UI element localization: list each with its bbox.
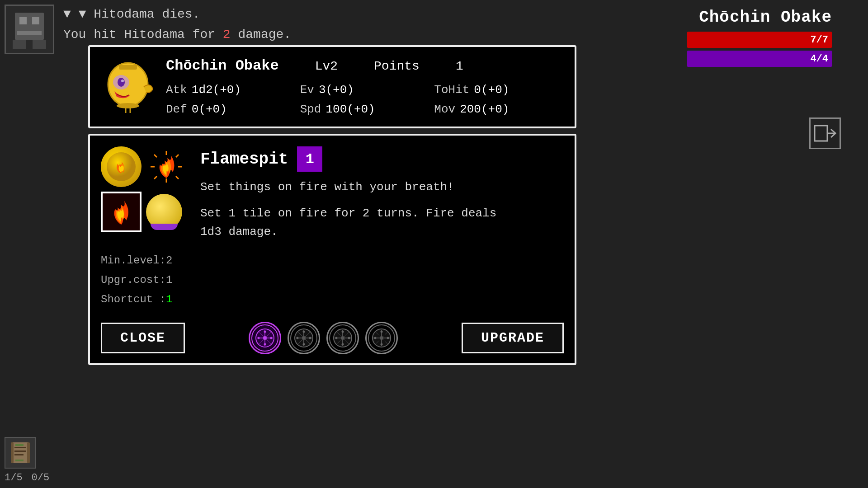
ability-name: Flamespit [200, 150, 288, 169]
spd-value: 100(+0) [326, 101, 375, 118]
upgr-cost-row: Upgr.cost:1 [101, 270, 564, 290]
inventory-slot-1[interactable] [5, 437, 36, 469]
combat-log: ▼ ▼ Hitodama dies. You hit Hitodama for … [63, 5, 291, 45]
skill-slots [249, 322, 398, 354]
ability-meta: Min.level:2 Upgr.cost:1 Shortcut :1 [101, 251, 564, 310]
close-button[interactable]: CLOSE [101, 323, 185, 353]
svg-line-35 [154, 176, 157, 179]
svg-point-74 [380, 343, 382, 346]
shortcut-label: Shortcut : [101, 293, 166, 305]
stat-grid: Atk 1d2(+0) Ev 3(+0) ToHit 0(+0) Def 0(+… [166, 81, 564, 118]
skill-slot-1[interactable] [249, 322, 281, 354]
character-sprite [101, 60, 155, 114]
resource-bars: 7/7 4/4 [687, 32, 832, 67]
ev-value: 3(+0) [319, 81, 354, 99]
svg-rect-16 [15, 444, 24, 446]
skill-slot-inner-1 [251, 324, 278, 352]
svg-point-55 [296, 337, 298, 339]
ability-info: Flamespit 1 Set things on fire with your… [200, 146, 564, 242]
svg-rect-4 [17, 31, 42, 35]
ability-title-row: Flamespit 1 [200, 146, 564, 172]
svg-rect-12 [27, 442, 30, 463]
svg-point-52 [302, 336, 306, 340]
skill-slot-inner-3 [329, 324, 356, 352]
svg-point-62 [341, 336, 344, 340]
inventory-row [5, 437, 49, 469]
ability-content: Flamespit 1 Set things on fire with your… [101, 146, 564, 242]
svg-rect-14 [14, 450, 26, 452]
exit-icon[interactable] [809, 117, 841, 149]
spd-stat: Spd 100(+0) [300, 101, 430, 118]
points-label: Points [374, 57, 420, 76]
tohit-value: 0(+0) [474, 81, 509, 99]
enemy-name: Chōchin Obake [699, 8, 832, 27]
svg-point-66 [348, 337, 350, 339]
svg-point-46 [270, 337, 272, 339]
tohit-stat: ToHit 0(+0) [434, 81, 564, 99]
tohit-label: ToHit [434, 81, 469, 99]
ev-label: Ev [300, 81, 314, 99]
arrow-icon: ▼ [63, 7, 71, 21]
svg-point-42 [263, 336, 267, 340]
inventory-area: 1/5 0/5 [5, 437, 49, 483]
min-level-row: Min.level:2 [101, 251, 564, 270]
flame-orb-selected[interactable] [101, 192, 142, 232]
svg-point-73 [380, 331, 382, 333]
svg-rect-17 [15, 460, 24, 461]
upgr-cost-value: 1 [166, 274, 172, 286]
svg-rect-5 [13, 40, 26, 49]
ev-stat: Ev 3(+0) [300, 81, 430, 99]
svg-line-34 [176, 155, 179, 157]
mov-value: 200(+0) [460, 101, 509, 118]
ability-icons [101, 146, 187, 242]
inv-count-1: 1/5 [5, 472, 23, 483]
shortcut-value: 1 [166, 293, 172, 305]
skill-slot-2[interactable] [288, 322, 320, 354]
svg-point-56 [309, 337, 311, 339]
ability-panel: Flamespit 1 Set things on fire with your… [88, 134, 576, 365]
fire-sparkle-icon [146, 146, 187, 187]
mov-stat: Mov 200(+0) [434, 101, 564, 118]
atk-stat: Atk 1d2(+0) [166, 81, 296, 99]
def-label: Def [166, 101, 187, 118]
svg-rect-3 [32, 17, 39, 24]
svg-point-75 [374, 337, 376, 339]
svg-point-72 [380, 336, 383, 340]
skill-slot-inner-4 [368, 324, 395, 352]
svg-rect-2 [19, 17, 27, 24]
svg-point-23 [121, 80, 124, 82]
min-level-value: 2 [166, 254, 172, 267]
inv-count-2: 0/5 [32, 472, 50, 483]
def-value: 0(+0) [192, 101, 227, 118]
damage-log-line2: You hit Hitodama for 2 damage. [63, 25, 291, 45]
svg-rect-6 [33, 40, 46, 49]
stat-info: Chōchin Obake Lv2 Points 1 Atk 1d2(+0) E… [166, 55, 564, 118]
char-name: Chōchin Obake [166, 55, 279, 77]
inventory-counts: 1/5 0/5 [5, 472, 49, 483]
mp-bar: 4/4 [687, 51, 832, 67]
mov-label: Mov [434, 101, 455, 118]
damage-number: 2 [223, 28, 231, 42]
hp-value: 7/7 [810, 34, 828, 46]
def-stat: Def 0(+0) [166, 101, 296, 118]
svg-rect-20 [119, 65, 137, 70]
ability-description: Set things on fire with your breath! [200, 178, 564, 197]
svg-rect-1 [15, 13, 44, 40]
skill-slot-4[interactable] [365, 322, 398, 354]
svg-point-76 [387, 337, 389, 339]
death-log-line1: ▼ ▼ Hitodama dies. [63, 5, 291, 25]
upgrade-button[interactable]: UPGRADE [462, 323, 564, 353]
svg-point-53 [302, 331, 305, 333]
points-value: 1 [456, 57, 463, 76]
shortcut-row: Shortcut :1 [101, 290, 564, 309]
yellow-orb-icon [146, 194, 182, 230]
skill-slot-3[interactable] [326, 322, 359, 354]
svg-point-63 [341, 331, 344, 333]
dialog-wrapper: Chōchin Obake Lv2 Points 1 Atk 1d2(+0) E… [88, 45, 576, 365]
svg-rect-13 [14, 447, 26, 448]
hp-bar: 7/7 [687, 32, 832, 48]
player-icon [5, 5, 54, 54]
fire-orb-icon[interactable] [101, 146, 142, 187]
spd-label: Spd [300, 101, 321, 118]
svg-point-26 [117, 103, 139, 108]
